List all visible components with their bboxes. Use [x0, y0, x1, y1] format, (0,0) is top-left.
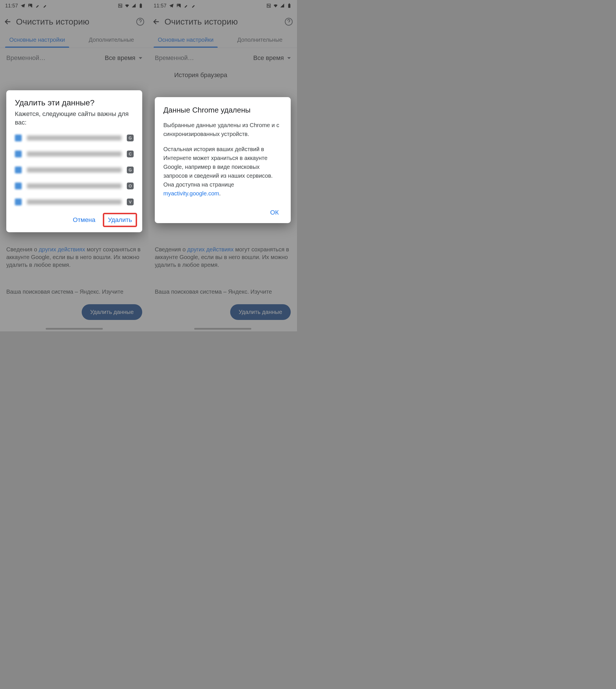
favicon-icon — [15, 167, 22, 173]
favicon-icon — [15, 182, 22, 189]
dialog-subtitle: Кажется, следующие сайты важны для вас: — [6, 110, 142, 130]
confirm-delete-dialog: Удалить эти данные? Кажется, следующие с… — [6, 90, 142, 232]
favicon-icon — [15, 134, 22, 142]
site-row[interactable]: V — [6, 194, 142, 210]
dialog-title: Данные Chrome удалены — [163, 106, 282, 114]
site-badge: G — [127, 134, 134, 142]
site-name — [27, 151, 122, 156]
deleted-info-dialog: Данные Chrome удалены Выбранные данные у… — [155, 97, 291, 223]
dialog-body: Выбранные данные удалены из Chrome и с с… — [163, 121, 282, 198]
site-badge: C — [127, 151, 134, 157]
confirm-delete-button[interactable]: Удалить — [103, 213, 137, 227]
phone-left: 11:57 Очистить историю Основные настройк… — [0, 0, 149, 331]
phone-right: 11:57 Очистить историю Основные настройк… — [149, 0, 297, 331]
ok-button[interactable]: ОК — [267, 207, 282, 218]
site-name — [27, 167, 122, 173]
site-badge: G — [127, 167, 134, 173]
site-name — [27, 199, 122, 204]
site-name — [27, 184, 122, 189]
site-badge: O — [127, 182, 134, 189]
site-row[interactable]: O — [6, 178, 142, 194]
myactivity-link[interactable]: myactivity.google.com — [163, 190, 219, 196]
site-name — [27, 135, 122, 141]
site-row[interactable]: G — [6, 162, 142, 178]
site-badge: V — [127, 198, 134, 206]
dialog-title: Удалить эти данные? — [6, 98, 142, 110]
site-row[interactable]: C — [6, 146, 142, 162]
favicon-icon — [15, 198, 22, 206]
favicon-icon — [15, 151, 22, 157]
site-row[interactable]: G — [6, 130, 142, 146]
cancel-button[interactable]: Отмена — [68, 213, 101, 227]
